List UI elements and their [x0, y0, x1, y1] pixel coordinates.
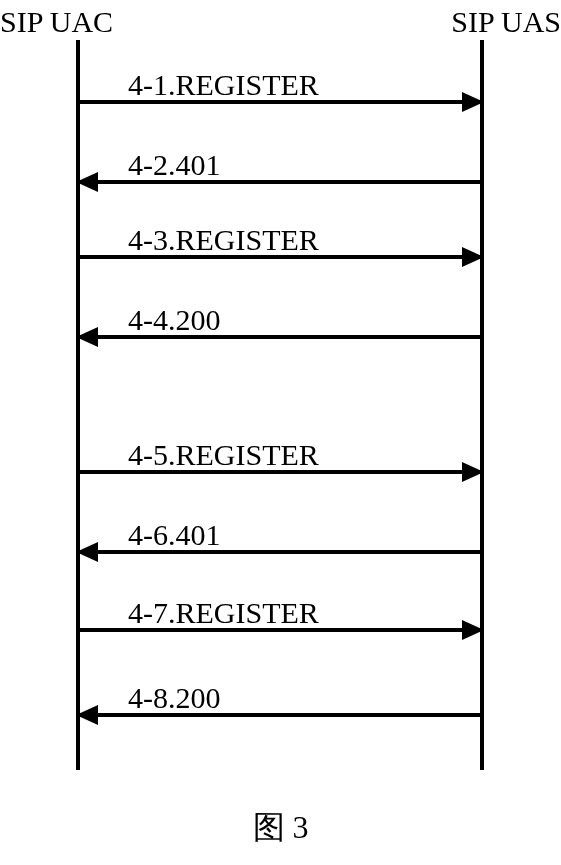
message-6-label: 4-6.401	[128, 518, 221, 552]
actor-left-label: SIP UAC	[0, 5, 113, 39]
message-5-label: 4-5.REGISTER	[128, 438, 319, 472]
arrow-line	[78, 550, 482, 554]
arrow-left-icon	[76, 327, 98, 347]
message-8: 4-8.200	[78, 713, 482, 753]
actor-right-label: SIP UAS	[451, 5, 561, 39]
message-1-label: 4-1.REGISTER	[128, 68, 319, 102]
message-2: 4-2.401	[78, 180, 482, 220]
message-8-label: 4-8.200	[128, 681, 221, 715]
message-7-label: 4-7.REGISTER	[128, 596, 319, 630]
arrow-right-icon	[462, 620, 484, 640]
message-2-label: 4-2.401	[128, 148, 221, 182]
arrow-left-icon	[76, 542, 98, 562]
arrow-right-icon	[462, 462, 484, 482]
arrow-line	[78, 180, 482, 184]
arrow-line	[78, 100, 482, 104]
arrow-line	[78, 713, 482, 717]
figure-caption: 图 3	[0, 806, 561, 850]
message-6: 4-6.401	[78, 550, 482, 590]
arrow-line	[78, 470, 482, 474]
arrow-left-icon	[76, 172, 98, 192]
arrow-line	[78, 255, 482, 259]
arrow-line	[78, 628, 482, 632]
sequence-diagram: SIP UAC SIP UAS 4-1.REGISTER 4-2.401 4-3…	[0, 0, 561, 865]
message-4-label: 4-4.200	[128, 303, 221, 337]
message-3: 4-3.REGISTER	[78, 255, 482, 295]
arrow-left-icon	[76, 705, 98, 725]
message-4: 4-4.200	[78, 335, 482, 375]
arrow-right-icon	[462, 92, 484, 112]
message-1: 4-1.REGISTER	[78, 100, 482, 140]
message-3-label: 4-3.REGISTER	[128, 223, 319, 257]
message-5: 4-5.REGISTER	[78, 470, 482, 510]
arrow-line	[78, 335, 482, 339]
message-7: 4-7.REGISTER	[78, 628, 482, 668]
arrow-right-icon	[462, 247, 484, 267]
